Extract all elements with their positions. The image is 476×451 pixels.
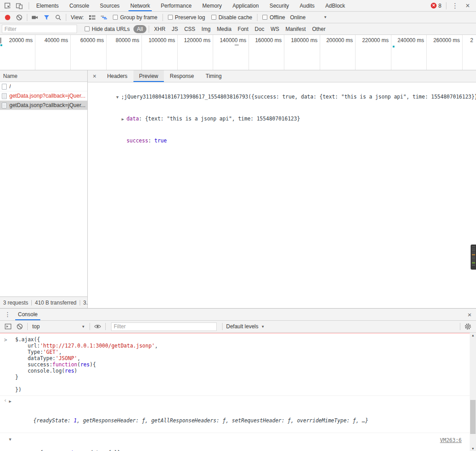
console-scrollbar[interactable]: ▲ ▼ [470,333,476,451]
error-count-badge[interactable]: ✕ 8 [431,3,442,9]
tab-preview[interactable]: Preview [133,70,164,82]
inspect-element-icon[interactable] [2,0,13,11]
context-value: top [32,323,40,330]
tab-response[interactable]: Response [164,70,200,82]
group-by-frame-checkbox[interactable]: Group by frame [113,14,157,21]
hide-data-urls-label: Hide data URLs [92,26,130,32]
close-detail-icon[interactable]: × [88,70,101,82]
clear-network-log-icon[interactable] [13,12,25,23]
input-echo-chevron-icon: > [4,337,7,343]
console-returned-value[interactable]: ‹ ▶ {readyState: 1, getResponseHeader: ƒ… [0,396,470,433]
preserve-log-checkbox[interactable]: Preserve log [168,14,205,21]
tab-label: Network [130,3,150,9]
filter-type-xhr[interactable]: XHR [151,25,168,33]
request-row-getdata-failed[interactable]: getData.jsonp?callback=jQuer... [0,91,87,101]
log-levels-select[interactable]: Default levels ▼ [224,323,266,330]
offline-checkbox[interactable]: Offline [262,14,285,21]
console-settings-gear-icon[interactable] [462,321,474,332]
request-activity-dot [393,46,395,47]
filter-type-img[interactable]: Img [198,25,214,33]
more-options-icon[interactable]: ⋮ [448,2,462,10]
tab-security[interactable]: Security [264,0,294,11]
scroll-down-icon[interactable]: ▼ [470,446,476,451]
tab-sources[interactable]: Sources [94,0,125,11]
preview-data-node[interactable]: ▶data: {text: "this is a jsonp api", tim… [91,108,476,130]
summary-transferred: 410 B transferred [35,300,77,306]
tab-adblock[interactable]: AdBlock [320,0,351,11]
tab-memory[interactable]: Memory [197,0,227,11]
divider [460,323,460,330]
device-toolbar-icon[interactable] [13,0,25,11]
collapsed-arrow-icon[interactable]: ▶ [9,398,14,405]
filter-type-other[interactable]: Other [309,25,329,33]
filter-type-all[interactable]: All [133,25,146,33]
name-header-label: Name [3,73,17,79]
record-network-log-icon[interactable] [5,15,10,20]
checkbox-icon [85,26,90,31]
capture-screenshots-icon[interactable] [29,12,41,23]
disable-cache-label: Disable cache [219,14,252,21]
disable-cache-checkbox[interactable]: Disable cache [211,14,252,21]
tab-network[interactable]: Network [125,0,155,11]
request-row-root[interactable]: / [0,82,87,91]
expanded-arrow-icon[interactable]: ▼ [9,436,14,443]
tab-timing[interactable]: Timing [200,70,227,82]
divider [105,323,106,330]
tab-audits[interactable]: Audits [294,0,320,11]
log-object-preview[interactable]: ▼ {success: true, data: {…}} i VM263:6 [0,435,470,451]
timeline-column: 100000 ms [142,35,178,70]
divider [90,323,90,330]
tab-headers[interactable]: Headers [101,70,133,82]
filter-type-js[interactable]: JS [168,25,181,33]
timeline-column: 40000 ms [35,35,71,70]
search-icon[interactable] [52,12,64,23]
timeline-tick: 240000 ms [398,37,424,43]
scrollbar-thumb[interactable] [470,400,476,434]
filter-type-font[interactable]: Font [235,25,252,33]
eye-icon[interactable] [92,321,103,332]
hide-data-urls-checkbox[interactable]: Hide data URLs [85,26,130,32]
drawer-menu-icon[interactable]: ⋮ [0,309,15,320]
close-devtools-icon[interactable]: × [462,2,473,10]
large-request-rows-icon[interactable] [86,12,98,23]
divider [446,2,446,9]
show-overview-icon[interactable] [98,12,110,23]
summary-requests: 3 requests [3,300,28,306]
tab-elements[interactable]: Elements [31,0,64,11]
widget-bar [472,257,475,258]
timeline-tick: 120000 ms [184,37,210,43]
filter-type-media[interactable]: Media [214,25,235,33]
filter-icon[interactable] [41,12,52,23]
tab-console[interactable]: Console [64,0,94,11]
filter-type-manifest[interactable]: Manifest [283,25,309,33]
scroll-up-icon[interactable]: ▲ [470,333,476,338]
request-row-getdata-selected[interactable]: getData.jsonp?callback=jQuer... [0,101,87,110]
tab-performance[interactable]: Performance [155,0,197,11]
network-overview-timeline[interactable]: 20000 ms 40000 ms 60000 ms 80000 ms 1000… [0,35,476,70]
source-location-link[interactable]: VM263:6 [440,437,462,444]
throttling-select[interactable]: Online ▼ [290,14,327,21]
close-drawer-icon[interactable]: × [463,309,476,320]
extension-side-widget[interactable] [471,245,476,270]
request-list-panel: Name / getData.jsonp?callback=jQuer... g… [0,70,88,308]
expanded-arrow-icon[interactable]: ▼ [116,94,121,101]
javascript-context-select[interactable]: top ▼ [30,323,88,330]
collapsed-arrow-icon[interactable]: ▶ [121,116,126,123]
timeline-column: 140000 ms [213,35,249,70]
preview-root-node[interactable]: ▼;jQuery31108041816713998617_15548038167… [91,86,476,108]
clear-console-icon[interactable] [14,321,26,332]
devtools-tabbar: Elements Console Sources Network Perform… [0,0,476,12]
name-column-header[interactable]: Name [0,70,87,82]
console-sidebar-icon[interactable] [2,321,14,332]
console-filter-input[interactable] [111,322,217,331]
returned-value-preview: {readyState: 1, getResponseHeader: ƒ, ge… [34,417,369,424]
tab-application[interactable]: Application [227,0,264,11]
network-filter-input[interactable] [2,25,77,33]
console-log-object: ▼ {success: true, data: {…}} i VM263:6 ▶… [0,433,470,451]
filter-type-css[interactable]: CSS [181,25,198,33]
widget-bar [472,249,475,249]
drawer-tab-console[interactable]: Console [15,309,40,320]
filter-type-ws[interactable]: WS [267,25,282,33]
filter-type-doc[interactable]: Doc [252,25,267,33]
timeline-column: 260000 ms [427,35,463,70]
